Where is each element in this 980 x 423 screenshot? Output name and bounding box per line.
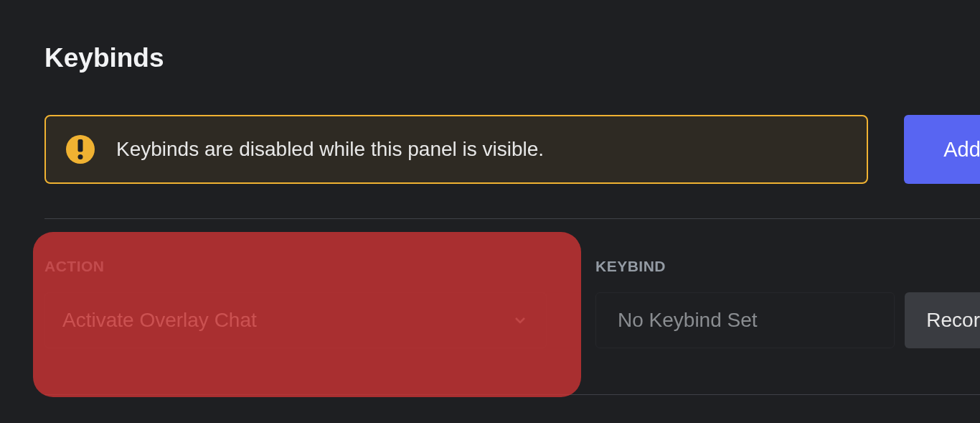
chevron-down-icon xyxy=(512,312,529,329)
warning-text: Keybinds are disabled while this panel i… xyxy=(116,138,544,161)
row-divider xyxy=(44,394,980,395)
action-select[interactable]: Activate Overlay Chat xyxy=(44,292,547,348)
action-select-value: Activate Overlay Chat xyxy=(62,309,257,332)
svg-point-1 xyxy=(78,154,83,159)
page-title: Keybinds xyxy=(44,43,980,73)
warning-banner: Keybinds are disabled while this panel i… xyxy=(44,115,868,184)
svg-rect-0 xyxy=(78,139,83,152)
keybind-column-label: KEYBIND xyxy=(595,258,980,275)
keybind-row: ACTION Activate Overlay Chat KEYBIND No … xyxy=(44,219,980,348)
action-column-label: ACTION xyxy=(44,258,547,275)
warning-icon xyxy=(66,135,95,164)
record-keybind-button[interactable]: Recor xyxy=(905,292,980,348)
add-keybind-button[interactable]: Add xyxy=(904,115,980,184)
keybind-input[interactable]: No Keybind Set xyxy=(595,292,895,348)
